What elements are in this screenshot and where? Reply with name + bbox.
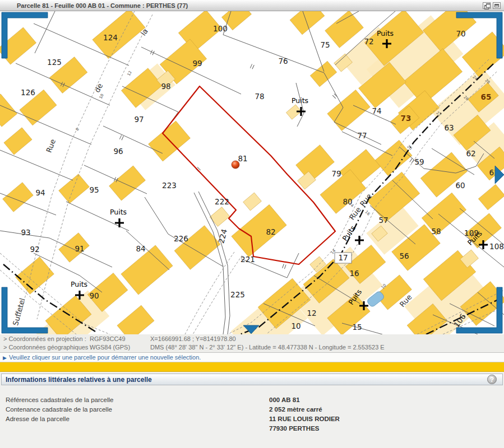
parcel-number-label: 74: [372, 106, 381, 115]
parcel-number-label: 10: [291, 321, 300, 330]
projection-coordinates-row: > Coordonnées en projection :RGF93CC49X=…: [0, 335, 504, 343]
info-row-contenance: Contenance cadastrale de la parcelle 2 0…: [0, 405, 504, 414]
projection-value: X=1666991.68 ; Y=8141978.80: [150, 335, 236, 342]
references-value: 000 AB 81: [269, 395, 300, 405]
parcel-number-label: 60: [455, 181, 465, 190]
parcel-number-label: 70: [456, 29, 465, 38]
info-panel: Informations littérales relatives à une …: [0, 374, 504, 448]
parcel-number-label: 12: [307, 309, 316, 318]
parcel-number-label: 95: [89, 185, 99, 194]
window-title: Parcelle 81 - Feuille 000 AB 01 - Commun…: [0, 2, 483, 9]
parcel-number-label: 75: [320, 40, 330, 49]
selected-parcel-number: 81: [238, 154, 247, 163]
geographic-value: DMS (48° 28' 38" N - 2° 33' 12" E) - Lat…: [150, 344, 385, 351]
parcel-number-label: 84: [136, 244, 145, 253]
info-row-references: Références cadastrales de la parcelle 00…: [0, 395, 504, 405]
play-arrow-icon: ▶: [3, 355, 7, 361]
parcel-number-label: 92: [30, 245, 39, 254]
cadastre-viewer-window: Parcelle 81 - Feuille 000 AB 01 - Commun…: [0, 0, 504, 448]
parcel-number-label: 65: [481, 92, 492, 101]
geographic-system: WGS84 (GPS): [90, 343, 150, 352]
parcel-number-label: 82: [266, 227, 275, 236]
parcel-number-label: 221: [241, 255, 255, 264]
selected-parcel-marker: [232, 161, 239, 169]
parcel-number-label: 124: [103, 33, 118, 42]
parcel-number-label: 16: [349, 269, 359, 278]
selection-hint-bar: ▶Veuillez cliquer sur une parcelle pour …: [0, 353, 504, 362]
geographic-label: > Coordonnées géographiques :: [0, 343, 90, 352]
references-label: Références cadastrales de la parcelle: [0, 395, 269, 405]
parcel-number-label: 126: [21, 88, 35, 97]
parcel-number-label: 125: [47, 58, 62, 67]
cadastre-map[interactable]: 1241251261009998979695949392919084223222…: [0, 11, 504, 334]
map-canvas[interactable]: 1241251261009998979695949392919084223222…: [0, 11, 504, 334]
adresse-value: 11 RUE LOUIS RODIER 77930 PERTHES: [269, 414, 340, 433]
adresse-label: Adresse de la parcelle: [0, 414, 269, 433]
projection-system: RGF93CC49: [90, 335, 150, 343]
parcel-number-label: 96: [113, 147, 123, 156]
parcel-number-label: 63: [444, 123, 454, 132]
well-label: Puits: [292, 96, 308, 105]
restore-window-icon[interactable]: [483, 2, 491, 9]
well-label: Puits: [71, 280, 87, 288]
parcel-number-label: 59: [414, 157, 424, 166]
help-icon[interactable]: ?: [487, 375, 497, 384]
parcel-number-label: 223: [162, 181, 177, 190]
parcel-number-label: 57: [378, 216, 388, 225]
parcel-number-label: 94: [35, 188, 45, 197]
parcel-number-label: 225: [230, 290, 245, 299]
parcel-number-label: 15: [352, 323, 362, 332]
projection-label: > Coordonnées en projection :: [0, 335, 90, 343]
info-row-adresse: Adresse de la parcelle 11 RUE LOUIS RODI…: [0, 414, 504, 433]
parcel-number-label: 58: [431, 227, 441, 236]
parcel-number-label: 226: [174, 234, 188, 243]
coordinates-panel: > Coordonnées en projection :RGF93CC49X=…: [0, 334, 504, 353]
parcel-number-label: 108: [489, 242, 504, 251]
parcel-number-label: 97: [134, 115, 144, 124]
selected-parcel-dot: [232, 161, 239, 169]
well-label: Puits: [377, 29, 394, 38]
window-titlebar: Parcelle 81 - Feuille 000 AB 01 - Commun…: [0, 0, 504, 11]
well-label: Puits: [110, 208, 127, 216]
parcel-number-label: 93: [21, 228, 30, 237]
contenance-label: Contenance cadastrale de la parcelle: [0, 405, 269, 414]
parcel-number-label: 91: [75, 244, 84, 253]
parcel-number-label: 99: [192, 59, 202, 68]
parcel-number-label: 76: [278, 57, 288, 66]
parcel-number-label: 90: [89, 291, 99, 300]
parcel-number-label: 72: [364, 37, 373, 46]
selection-hint-text: Veuillez cliquer sur une parcelle pour d…: [9, 354, 201, 361]
parcel-number-label: 77: [357, 131, 367, 140]
info-panel-title: Informations littérales relatives à une …: [2, 376, 487, 384]
contenance-value: 2 052 mètre carré: [269, 405, 322, 414]
parcel-number-label: 100: [213, 24, 228, 33]
maximize-window-icon[interactable]: [493, 2, 501, 9]
parcel-number-label: 79: [331, 169, 341, 178]
parcel-number-label: 98: [161, 82, 170, 91]
parcel-number-label: 78: [255, 92, 264, 101]
parcel-number-label: 56: [399, 251, 409, 260]
parcel-number-label: 62: [466, 149, 475, 158]
parcel-number-label: 222: [215, 197, 229, 206]
parcel-number-label: 17: [338, 253, 348, 262]
yellow-divider: [0, 362, 504, 372]
parcel-number-label: 73: [401, 114, 411, 123]
info-panel-header: Informations littérales relatives à une …: [1, 374, 503, 385]
geographic-coordinates-row: > Coordonnées géographiques :WGS84 (GPS)…: [0, 343, 504, 352]
